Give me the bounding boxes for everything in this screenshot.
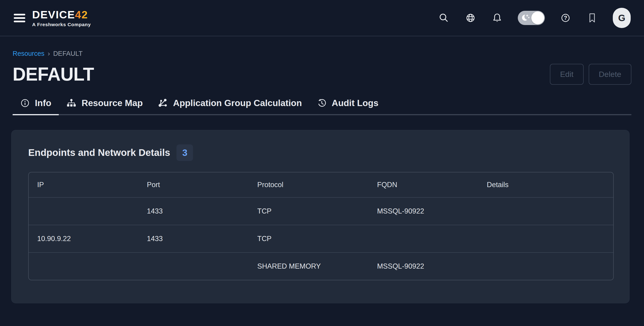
navbar-actions: ? G bbox=[438, 8, 631, 28]
hamburger-menu-icon[interactable] bbox=[14, 14, 25, 22]
tab-label: Application Group Calculation bbox=[173, 98, 302, 108]
user-avatar[interactable]: G bbox=[613, 8, 631, 28]
cell-port: 1433 bbox=[138, 198, 249, 225]
notifications-bell-icon[interactable] bbox=[491, 12, 503, 24]
sitemap-icon bbox=[66, 98, 76, 108]
globe-icon[interactable] bbox=[464, 12, 476, 24]
column-header-ip: IP bbox=[29, 172, 138, 197]
history-icon bbox=[317, 98, 326, 108]
tab-info[interactable]: Info bbox=[12, 98, 59, 115]
cell-details bbox=[478, 253, 613, 280]
table-row: 10.90.9.22 1433 TCP bbox=[29, 225, 613, 252]
breadcrumb: Resources › DEFAULT bbox=[12, 50, 632, 58]
tab-label: Info bbox=[35, 98, 51, 108]
endpoints-card: Endpoints and Network Details 3 IP Port … bbox=[12, 130, 629, 303]
info-icon bbox=[20, 98, 30, 108]
svg-text:?: ? bbox=[564, 15, 567, 21]
cell-ip bbox=[29, 198, 138, 225]
search-icon[interactable] bbox=[438, 12, 450, 24]
edit-button[interactable]: Edit bbox=[550, 64, 584, 85]
cell-details bbox=[478, 225, 613, 252]
endpoints-table: IP Port Protocol FQDN Details 1433 TCP M… bbox=[28, 172, 614, 280]
breadcrumb-current: DEFAULT bbox=[53, 50, 82, 58]
table-row: 1433 TCP MSSQL-90922 bbox=[29, 197, 613, 225]
top-navbar: DEVICE42 A Freshworks Company ? G bbox=[0, 0, 644, 36]
app-group-icon bbox=[158, 98, 168, 108]
cell-fqdn: MSSQL-90922 bbox=[368, 253, 478, 280]
column-header-port: Port bbox=[138, 172, 249, 197]
moon-icon bbox=[520, 13, 530, 22]
device42-logo[interactable]: DEVICE42 A Freshworks Company bbox=[32, 9, 91, 27]
tab-label: Resource Map bbox=[82, 98, 143, 108]
main-content: Resources › DEFAULT DEFAULT Edit Delete … bbox=[0, 36, 644, 303]
endpoints-card-title: Endpoints and Network Details bbox=[28, 147, 170, 158]
breadcrumb-resources-link[interactable]: Resources bbox=[12, 50, 44, 58]
cell-fqdn: MSSQL-90922 bbox=[368, 198, 478, 225]
cell-protocol: SHARED MEMORY bbox=[249, 253, 368, 280]
cell-port: 1433 bbox=[138, 225, 249, 252]
page-title: DEFAULT bbox=[12, 64, 94, 84]
column-header-protocol: Protocol bbox=[249, 172, 368, 197]
tab-resource-map[interactable]: Resource Map bbox=[59, 98, 150, 115]
cell-port bbox=[138, 253, 249, 280]
bookmark-icon[interactable] bbox=[586, 12, 598, 24]
cell-protocol: TCP bbox=[249, 198, 368, 225]
cell-protocol: TCP bbox=[249, 225, 368, 252]
column-header-details: Details bbox=[478, 172, 613, 197]
tab-audit-logs[interactable]: Audit Logs bbox=[310, 98, 386, 115]
endpoints-count-badge: 3 bbox=[176, 144, 193, 161]
cell-ip: 10.90.9.22 bbox=[29, 225, 138, 252]
column-header-fqdn: FQDN bbox=[368, 172, 478, 197]
tab-application-group-calculation[interactable]: Application Group Calculation bbox=[150, 98, 310, 115]
table-row: SHARED MEMORY MSSQL-90922 bbox=[29, 252, 613, 280]
logo-subtitle: A Freshworks Company bbox=[32, 22, 91, 27]
page-actions: Edit Delete bbox=[550, 64, 632, 85]
help-icon[interactable]: ? bbox=[560, 12, 572, 24]
avatar-initial: G bbox=[618, 13, 625, 23]
table-header-row: IP Port Protocol FQDN Details bbox=[29, 172, 613, 197]
logo-text: DEVICE42 bbox=[32, 9, 91, 20]
tab-bar: Info Resource Map Application Group Calc… bbox=[12, 98, 632, 115]
delete-button[interactable]: Delete bbox=[589, 64, 632, 85]
tab-label: Audit Logs bbox=[332, 98, 378, 108]
cell-details bbox=[478, 198, 613, 225]
cell-ip bbox=[29, 253, 138, 280]
toggle-knob bbox=[531, 12, 544, 24]
cell-fqdn bbox=[368, 225, 478, 252]
theme-toggle[interactable] bbox=[518, 11, 545, 25]
breadcrumb-separator: › bbox=[48, 50, 50, 58]
